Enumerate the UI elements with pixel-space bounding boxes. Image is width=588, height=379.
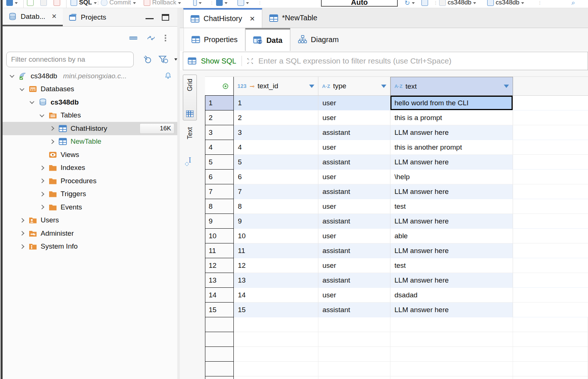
new-connection-button[interactable] <box>6 0 18 7</box>
row-number-cell[interactable]: 1 <box>205 96 234 110</box>
row-number-cell[interactable]: 8 <box>205 199 234 214</box>
cell-text_id[interactable]: 14 <box>234 288 318 303</box>
close-icon[interactable]: ✕ <box>249 15 255 23</box>
cell-type[interactable]: user <box>318 170 390 184</box>
column-dropdown-icon[interactable] <box>504 85 509 88</box>
cell-empty[interactable] <box>390 362 513 376</box>
cell-text[interactable]: LLM answer here <box>390 243 513 258</box>
filter-connections-input[interactable]: Filter connections by na <box>6 52 134 67</box>
cell-text[interactable]: test <box>390 258 513 273</box>
tree-item-events[interactable]: Events <box>3 201 177 214</box>
table-view-button[interactable] <box>237 0 249 7</box>
chevron-down-icon[interactable] <box>174 58 177 61</box>
active-database-selector[interactable]: cs348db <box>487 0 524 7</box>
cell-empty[interactable] <box>318 362 390 376</box>
tree-item-chathistory[interactable]: ChatHistory16K <box>3 122 177 135</box>
chevron-right-icon[interactable] <box>18 232 26 235</box>
presentation-tab-text[interactable]: Text I <box>183 126 197 165</box>
cell-type[interactable]: assistant <box>318 273 390 288</box>
cell-empty[interactable] <box>234 362 318 376</box>
tree-item-administer[interactable]: Administer <box>3 227 177 240</box>
cell-type[interactable]: user <box>318 258 390 273</box>
cell-text_id[interactable]: 11 <box>234 243 318 258</box>
collapse-all-icon[interactable] <box>129 37 137 40</box>
row-number-cell[interactable]: 14 <box>205 288 234 303</box>
tab-projects[interactable]: Projects <box>63 8 112 26</box>
filter-funnel-icon[interactable] <box>158 55 169 64</box>
chevron-right-icon[interactable] <box>48 140 56 143</box>
open-window-button[interactable] <box>421 0 428 7</box>
tree-item-views[interactable]: Views <box>3 148 177 161</box>
chevron-down-icon[interactable] <box>38 114 46 117</box>
cell-empty[interactable] <box>318 347 390 362</box>
cell-type[interactable]: user <box>318 140 390 155</box>
tree-item-triggers[interactable]: Triggers <box>3 188 177 201</box>
disconnect-button[interactable] <box>54 0 60 7</box>
editor-tab-chathistory[interactable]: ChatHistory ✕ <box>183 8 262 28</box>
cell-text[interactable]: LLM answer here <box>390 214 513 229</box>
view-menu-icon[interactable] <box>165 35 166 41</box>
row-number-cell[interactable]: 9 <box>205 214 234 229</box>
tree-item-newtable[interactable]: NewTable <box>3 135 177 148</box>
cell-text[interactable]: LLM answer here <box>390 303 513 317</box>
cell-type[interactable]: user <box>318 229 390 243</box>
active-connection-selector[interactable]: cs348db <box>439 0 476 7</box>
row-number-cell[interactable]: 2 <box>205 110 234 125</box>
sql-editor-button[interactable]: SQL <box>71 0 97 7</box>
row-number-cell[interactable]: 3 <box>205 125 234 140</box>
cell-text[interactable]: LLM answer here <box>390 155 513 170</box>
subtab-properties[interactable]: Properties <box>184 28 245 51</box>
cell-text_id[interactable]: 1 <box>234 96 318 110</box>
cell-text[interactable]: this is another prompt <box>390 140 513 155</box>
cell-text_id[interactable]: 9 <box>234 214 318 229</box>
cell-text[interactable]: LLM answer here <box>390 184 513 199</box>
cell-type[interactable]: assistant <box>318 155 390 170</box>
chevron-right-icon[interactable] <box>48 127 56 130</box>
cell-text_id[interactable]: 7 <box>234 184 318 199</box>
column-dropdown-icon[interactable] <box>381 85 386 88</box>
cell-empty[interactable] <box>318 376 390 379</box>
refresh-button[interactable]: ↻ <box>404 0 415 7</box>
row-number-cell-empty[interactable] <box>205 362 234 376</box>
reconnect-button[interactable] <box>40 0 47 7</box>
commit-mode-combo[interactable]: Auto <box>321 0 398 7</box>
cell-text_id[interactable]: 5 <box>234 155 318 170</box>
tree-item-system-info[interactable]: System Info <box>3 240 177 253</box>
cell-text[interactable]: LLM answer here <box>390 273 513 288</box>
panel-sash[interactable] <box>177 8 180 379</box>
cell-text[interactable]: hello world from the CLI <box>390 96 513 110</box>
subtab-diagram[interactable]: Diagram <box>290 28 346 51</box>
chevron-right-icon[interactable] <box>18 219 26 222</box>
cell-text_id[interactable]: 13 <box>234 273 318 288</box>
chevron-right-icon[interactable] <box>38 179 46 182</box>
cell-text_id[interactable]: 3 <box>234 125 318 140</box>
row-number-cell-empty[interactable] <box>205 347 234 362</box>
tree-item-tables[interactable]: Tables <box>3 109 177 122</box>
tree-item-cs348db[interactable]: cs348dbmini.peisongxiao.c... <box>3 69 177 83</box>
cell-empty[interactable] <box>390 332 513 347</box>
cell-text_id[interactable]: 12 <box>234 258 318 273</box>
row-number-cell-empty[interactable] <box>205 332 234 347</box>
cell-type[interactable]: user <box>318 96 390 110</box>
cell-empty[interactable] <box>318 317 390 332</box>
cell-empty[interactable] <box>390 317 513 332</box>
row-number-cell[interactable]: 4 <box>205 140 234 155</box>
row-number-cell[interactable]: 5 <box>205 155 234 170</box>
cell-text[interactable]: \help <box>390 170 513 184</box>
cell-empty[interactable] <box>234 317 318 332</box>
column-dropdown-icon[interactable] <box>309 85 314 88</box>
cell-type[interactable]: assistant <box>318 243 390 258</box>
row-number-cell-empty[interactable] <box>205 317 234 332</box>
cell-empty[interactable] <box>234 332 318 347</box>
column-header-text-id[interactable]: 123 ⊸ text_id <box>234 77 318 96</box>
row-number-cell[interactable]: 13 <box>205 273 234 288</box>
editor-tab-newtable[interactable]: *NewTable <box>262 8 324 28</box>
link-with-editor-icon[interactable] <box>146 34 156 42</box>
commit-button[interactable]: Commit <box>101 0 136 7</box>
cell-type[interactable]: user <box>318 288 390 303</box>
tree-item-procedures[interactable]: Procedures <box>3 174 177 188</box>
cell-type[interactable]: user <box>318 110 390 125</box>
presentation-tab-grid[interactable]: Grid <box>183 75 197 120</box>
show-sql-button[interactable]: Show SQL <box>201 57 236 65</box>
connect-plug-icon[interactable] <box>142 55 153 64</box>
